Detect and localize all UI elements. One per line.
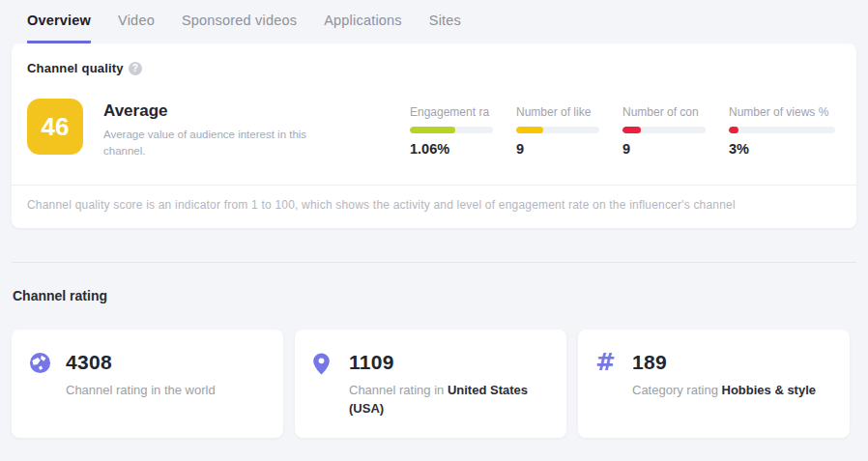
metric-progress-fill [410,127,455,133]
metric-value: 9 [516,141,599,157]
hash-icon: # [595,352,621,373]
country-rating-value: 1109 [349,351,542,374]
quality-score-badge: 46 [27,99,83,155]
hash-glyph: # [595,352,621,373]
rating-text-plain: Category rating [632,383,722,397]
quality-rating-label: Average [103,101,311,121]
metric-progress-fill [622,127,641,133]
world-rating-value: 4308 [66,351,216,374]
channel-quality-title: Channel quality [27,61,124,75]
metric-label: Number of views % [729,105,835,119]
metric-value: 9 [622,141,706,157]
metric-label: Engagement ra [410,105,493,119]
metric-value: 1.06% [410,141,493,157]
metric-progress-bar [410,127,493,133]
tab-sites[interactable]: Sites [429,13,461,43]
tab-video[interactable]: Video [118,13,155,43]
section-divider [12,262,856,263]
channel-rating-row: 4308 Channel rating in the world 1109 Ch… [12,330,856,438]
country-rating-description: Channel rating in United States (USA) [349,382,542,418]
metric-progress-bar [622,127,706,133]
metric-number-of-comments: Number of con 9 [622,105,706,157]
metric-progress-bar [729,127,835,133]
tab-overview[interactable]: Overview [27,13,91,43]
country-rating-content: 1109 Channel rating in United States (US… [349,351,542,418]
rating-text-plain: Channel rating in [349,383,448,397]
quality-metrics: Engagement ra 1.06% Number of like 9 Num… [410,99,835,157]
metric-number-of-likes: Number of like 9 [516,105,599,157]
rating-text-bold: Hobbies & style [722,383,817,397]
rating-text-plain: Channel rating in the world [66,383,216,397]
location-pin-icon [312,352,337,380]
metric-number-of-views: Number of views % 3% [729,105,835,157]
metric-engagement-rate: Engagement ra 1.06% [410,105,493,157]
channel-quality-header: Channel quality ? [12,43,856,75]
category-rating-card: # 189 Category rating Hobbies & style [578,330,850,438]
metric-progress-fill [516,127,543,133]
metric-label: Number of con [622,105,706,119]
quality-score-text: Average Average value of audience intere… [103,99,311,158]
channel-quality-body: 46 Average Average value of audience int… [12,75,856,185]
metric-progress-bar [516,127,599,133]
channel-rating-title: Channel rating [13,288,868,303]
metric-progress-fill [729,127,738,133]
world-rating-description: Channel rating in the world [66,382,216,400]
help-icon[interactable]: ? [129,62,142,75]
tab-applications[interactable]: Applications [324,13,402,43]
category-rating-value: 189 [632,351,816,374]
category-rating-content: 189 Category rating Hobbies & style [632,351,816,400]
world-rating-card: 4308 Channel rating in the world [12,330,283,438]
quality-rating-description: Average value of audience interest in th… [103,127,311,158]
tab-bar: Overview Video Sponsored videos Applicat… [0,0,868,43]
metric-label: Number of like [516,105,599,119]
metric-value: 3% [729,141,835,157]
page: Overview Video Sponsored videos Applicat… [0,0,868,461]
category-rating-description: Category rating Hobbies & style [632,382,816,400]
channel-quality-note: Channel quality score is an indicator fr… [12,186,856,228]
country-rating-card: 1109 Channel rating in United States (US… [295,330,566,438]
globe-icon [29,352,54,378]
channel-quality-card: Channel quality ? 46 Average Average val… [12,43,856,228]
tab-sponsored-videos[interactable]: Sponsored videos [182,13,297,43]
world-rating-content: 4308 Channel rating in the world [66,351,216,400]
